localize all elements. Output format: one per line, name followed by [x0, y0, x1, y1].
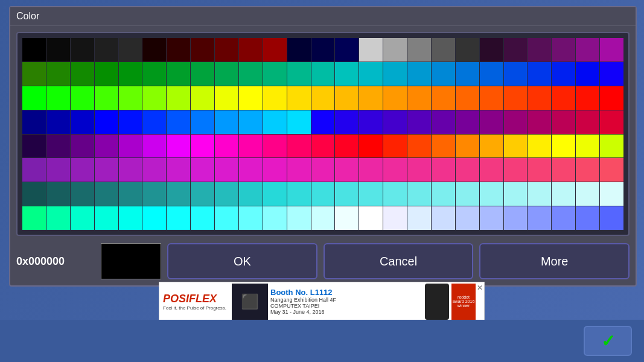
- color-swatch[interactable]: [383, 135, 407, 158]
- color-swatch[interactable]: [311, 110, 335, 134]
- color-swatch[interactable]: [263, 135, 287, 158]
- color-swatch[interactable]: [119, 135, 142, 158]
- color-swatch[interactable]: [335, 206, 359, 230]
- color-swatch[interactable]: [335, 38, 359, 62]
- color-swatch[interactable]: [432, 135, 455, 158]
- color-swatch[interactable]: [383, 62, 407, 86]
- color-swatch[interactable]: [239, 110, 263, 134]
- color-swatch[interactable]: [456, 206, 479, 230]
- color-swatch[interactable]: [239, 38, 263, 62]
- color-swatch[interactable]: [287, 182, 311, 206]
- color-swatch[interactable]: [95, 158, 118, 182]
- color-swatch[interactable]: [71, 86, 94, 110]
- color-swatch[interactable]: [504, 158, 528, 182]
- color-swatch[interactable]: [46, 135, 70, 158]
- color-swatch[interactable]: [215, 62, 238, 86]
- color-swatch[interactable]: [263, 110, 287, 134]
- color-swatch[interactable]: [600, 62, 623, 86]
- color-swatch[interactable]: [383, 158, 407, 182]
- color-swatch[interactable]: [383, 86, 407, 110]
- color-swatch[interactable]: [191, 110, 214, 134]
- color-swatch[interactable]: [263, 158, 287, 182]
- color-swatch[interactable]: [142, 38, 166, 62]
- color-swatch[interactable]: [239, 206, 263, 230]
- color-swatch[interactable]: [263, 62, 287, 86]
- color-swatch[interactable]: [119, 86, 142, 110]
- color-swatch[interactable]: [528, 62, 551, 86]
- color-swatch[interactable]: [456, 135, 479, 158]
- color-swatch[interactable]: [191, 206, 214, 230]
- color-swatch[interactable]: [552, 62, 575, 86]
- color-swatch[interactable]: [335, 135, 359, 158]
- color-swatch[interactable]: [239, 158, 263, 182]
- color-swatch[interactable]: [263, 86, 287, 110]
- color-swatch[interactable]: [215, 158, 238, 182]
- color-swatch[interactable]: [576, 206, 599, 230]
- color-swatch[interactable]: [287, 135, 311, 158]
- color-swatch[interactable]: [22, 206, 46, 230]
- color-swatch[interactable]: [191, 86, 214, 110]
- color-swatch[interactable]: [359, 135, 383, 158]
- color-swatch[interactable]: [600, 38, 623, 62]
- color-swatch[interactable]: [167, 62, 190, 86]
- color-swatch[interactable]: [46, 182, 70, 206]
- color-swatch[interactable]: [22, 86, 46, 110]
- color-swatch[interactable]: [71, 158, 94, 182]
- more-button[interactable]: More: [479, 243, 630, 279]
- color-swatch[interactable]: [311, 206, 335, 230]
- color-swatch[interactable]: [167, 110, 190, 134]
- color-swatch[interactable]: [480, 38, 503, 62]
- color-swatch[interactable]: [600, 206, 623, 230]
- color-swatch[interactable]: [215, 86, 238, 110]
- color-swatch[interactable]: [335, 86, 359, 110]
- color-swatch[interactable]: [142, 158, 166, 182]
- color-swatch[interactable]: [432, 86, 455, 110]
- color-swatch[interactable]: [22, 62, 46, 86]
- color-swatch[interactable]: [167, 86, 190, 110]
- color-swatch[interactable]: [504, 182, 528, 206]
- color-swatch[interactable]: [456, 62, 479, 86]
- color-swatch[interactable]: [191, 158, 214, 182]
- color-swatch[interactable]: [335, 182, 359, 206]
- color-swatch[interactable]: [480, 110, 503, 134]
- color-swatch[interactable]: [552, 135, 575, 158]
- ad-close-button[interactable]: ✕: [476, 282, 484, 293]
- color-swatch[interactable]: [95, 135, 118, 158]
- color-swatch[interactable]: [287, 158, 311, 182]
- color-swatch[interactable]: [167, 38, 190, 62]
- color-swatch[interactable]: [335, 62, 359, 86]
- color-swatch[interactable]: [287, 62, 311, 86]
- color-swatch[interactable]: [528, 110, 551, 134]
- color-swatch[interactable]: [528, 182, 551, 206]
- color-swatch[interactable]: [383, 38, 407, 62]
- color-swatch[interactable]: [407, 135, 431, 158]
- color-swatch[interactable]: [407, 206, 431, 230]
- color-swatch[interactable]: [504, 135, 528, 158]
- color-swatch[interactable]: [576, 62, 599, 86]
- color-swatch[interactable]: [142, 110, 166, 134]
- color-swatch[interactable]: [600, 86, 623, 110]
- ok-button[interactable]: OK: [167, 243, 317, 279]
- color-swatch[interactable]: [287, 38, 311, 62]
- color-swatch[interactable]: [142, 182, 166, 206]
- color-swatch[interactable]: [359, 206, 383, 230]
- color-swatch[interactable]: [119, 62, 142, 86]
- color-swatch[interactable]: [576, 38, 599, 62]
- color-swatch[interactable]: [407, 182, 431, 206]
- color-swatch[interactable]: [335, 110, 359, 134]
- color-swatch[interactable]: [95, 110, 118, 134]
- color-swatch[interactable]: [576, 110, 599, 134]
- color-swatch[interactable]: [263, 182, 287, 206]
- color-swatch[interactable]: [22, 135, 46, 158]
- color-swatch[interactable]: [142, 135, 166, 158]
- color-swatch[interactable]: [311, 135, 335, 158]
- color-swatch[interactable]: [22, 158, 46, 182]
- color-swatch[interactable]: [576, 86, 599, 110]
- color-swatch[interactable]: [22, 110, 46, 134]
- color-swatch[interactable]: [167, 206, 190, 230]
- color-swatch[interactable]: [383, 182, 407, 206]
- color-swatch[interactable]: [552, 86, 575, 110]
- color-swatch[interactable]: [311, 86, 335, 110]
- color-swatch[interactable]: [335, 158, 359, 182]
- color-swatch[interactable]: [95, 86, 118, 110]
